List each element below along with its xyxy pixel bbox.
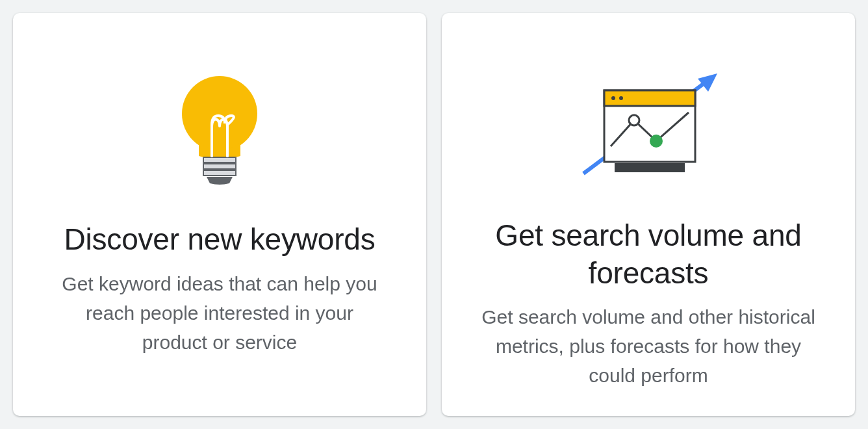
card-description: Get keyword ideas that can help you reac… (51, 269, 389, 357)
card-title: Discover new keywords (64, 221, 376, 259)
card-title: Get search volume and forecasts (474, 217, 823, 292)
svg-rect-1 (203, 157, 236, 162)
svg-rect-2 (203, 164, 236, 169)
svg-point-0 (182, 76, 257, 151)
svg-point-11 (650, 135, 663, 148)
svg-marker-5 (698, 73, 717, 92)
discover-keywords-card[interactable]: Discover new keywords Get keyword ideas … (13, 13, 426, 416)
card-description: Get search volume and other historical m… (479, 302, 817, 390)
lightbulb-icon (168, 39, 272, 221)
svg-rect-3 (203, 170, 236, 176)
search-volume-card[interactable]: Get search volume and forecasts Get sear… (442, 13, 855, 416)
chart-icon (564, 39, 733, 217)
svg-point-9 (619, 96, 623, 100)
svg-point-8 (611, 96, 615, 100)
svg-point-10 (629, 115, 639, 125)
svg-rect-7 (604, 90, 695, 106)
svg-rect-12 (615, 163, 685, 172)
